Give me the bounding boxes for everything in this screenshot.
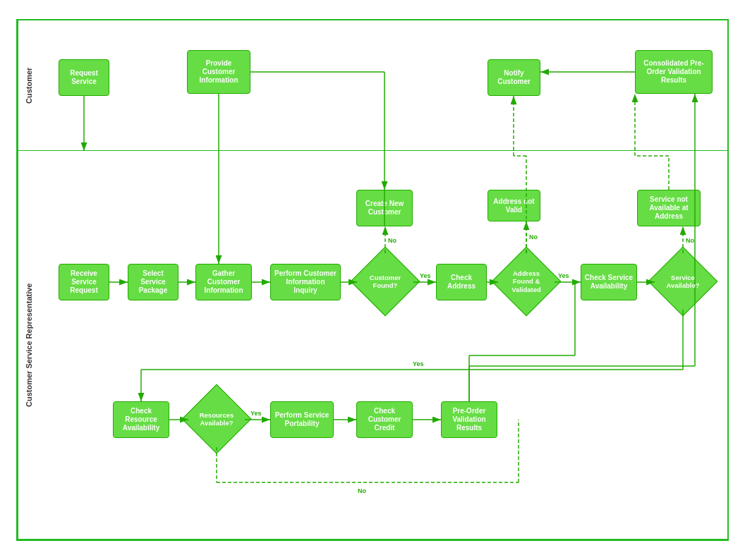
request-service-box: Request Service (59, 59, 109, 96)
resources-available-text: Resources Available? (194, 411, 240, 427)
svg-text:Yes: Yes (250, 410, 262, 417)
swimlane-label-csr: Customer Service Representative (18, 151, 39, 539)
consolidated-preorder-box: Consolidated Pre-Order Validation Result… (635, 50, 713, 94)
provide-customer-info-box: Provide Customer Information (187, 50, 250, 94)
swimlane-label-customer: Customer (18, 20, 39, 150)
swimlane-content-csr: Receive Service Request Select Service P… (39, 151, 727, 539)
swimlane-content-customer: Request Service Provide Customer Informa… (39, 20, 727, 150)
svg-text:No: No (529, 233, 538, 241)
notify-customer-box: Notify Customer (487, 59, 540, 96)
address-found-text: Address Found & Validated (504, 269, 550, 293)
flow-arrows: No Yes No Yes No (39, 151, 727, 539)
svg-text:No: No (358, 487, 366, 494)
service-available-text: Service Available? (660, 274, 706, 290)
svg-text:Yes: Yes (413, 360, 424, 367)
svg-text:Yes: Yes (558, 272, 569, 279)
outer-container: Customer Request Service Provide Custome… (16, 19, 729, 541)
customer-found-text: Customer Found? (363, 274, 408, 290)
svg-text:No: No (686, 237, 694, 244)
swimlane-customer: Customer Request Service Provide Custome… (18, 20, 727, 151)
svg-text:No: No (388, 237, 396, 244)
swimlane-csr: Customer Service Representative Receive … (18, 151, 727, 540)
svg-text:Yes: Yes (420, 272, 431, 279)
